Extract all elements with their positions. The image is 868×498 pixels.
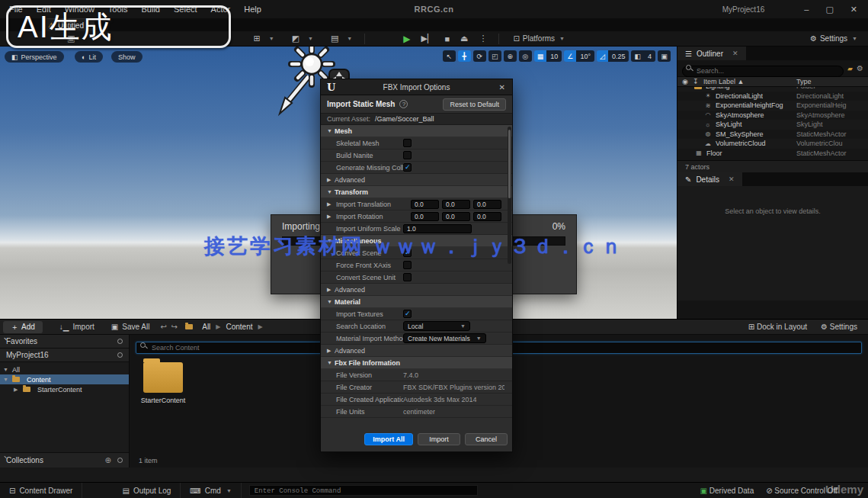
close-icon[interactable]: ✕	[732, 50, 738, 57]
show-button[interactable]: Show	[111, 51, 143, 63]
outliner-settings-icon[interactable]: ⚙	[857, 64, 863, 72]
advanced-mesh-row[interactable]: ▶ Advanced	[321, 174, 512, 186]
rotation-z-field[interactable]: 0.0	[473, 212, 501, 221]
tree-item-starter-content[interactable]: ▶ StarterContent	[0, 384, 129, 394]
scale-tool-button[interactable]: ◰	[488, 50, 501, 62]
dialog-title-bar[interactable]: U FBX Import Options ✕	[321, 79, 512, 95]
section-fbx-file-information[interactable]: ▼ Fbx File Information	[321, 357, 512, 369]
close-icon[interactable]: ✕	[729, 175, 735, 183]
tree-item-all[interactable]: ▼ All	[0, 365, 129, 374]
tab-untitled[interactable]: ⚠ Untitled	[42, 18, 94, 31]
eject-button[interactable]: ⏏	[460, 34, 468, 43]
tree-item-content[interactable]: ▼ Content	[0, 374, 129, 384]
outliner-search-input[interactable]	[682, 66, 844, 77]
help-icon[interactable]: ?	[399, 100, 408, 108]
scale-snap-control[interactable]: ◿ 0.25	[597, 50, 629, 62]
console-command-box[interactable]	[249, 485, 478, 496]
forward-icon[interactable]: ↪	[171, 323, 178, 331]
section-transform[interactable]: ▼ Transform	[321, 186, 512, 198]
skip-button[interactable]: ▶▏	[421, 34, 434, 43]
rotation-x-field[interactable]: 0.0	[411, 212, 439, 221]
favorites-header[interactable]: Favorites	[0, 335, 129, 349]
outliner-row-volumetric-cloud[interactable]: ☁ VolumetricCloud VolumetricClou	[677, 139, 868, 149]
maximize-viewport-button[interactable]: ▣	[658, 50, 671, 62]
folder-filter-icon[interactable]: ▰	[847, 65, 853, 72]
outliner-row-floor[interactable]: ▦ Floor StaticMeshActor	[677, 149, 868, 159]
convert-scene-checkbox[interactable]	[403, 249, 412, 257]
advanced-misc-row[interactable]: ▶ Advanced	[321, 284, 512, 296]
import-textures-checkbox[interactable]	[403, 310, 412, 318]
dialog-scrollbar[interactable]	[508, 127, 511, 264]
play-button[interactable]: ▶	[403, 34, 410, 44]
outliner-row-height-fog[interactable]: ≋ ExponentialHeightFog ExponentialHeig	[677, 101, 868, 111]
close-button[interactable]: ✕	[850, 5, 857, 14]
import-button[interactable]: ↓▁ Import	[59, 323, 94, 331]
collections-header[interactable]: Collections ⊕	[0, 452, 129, 467]
back-icon[interactable]: ↩	[160, 323, 166, 331]
play-options-icon[interactable]: ⋮	[479, 34, 487, 43]
rotate-tool-button[interactable]: ⟳	[473, 50, 486, 62]
content-drawer-button[interactable]: ⊟ Content Drawer	[0, 483, 82, 498]
source-control-button[interactable]: ⊘ Source Control Off	[766, 487, 838, 495]
world-space-button[interactable]: ⊕	[504, 50, 517, 62]
skeletal-mesh-checkbox[interactable]	[403, 139, 412, 147]
search-icon[interactable]	[117, 458, 123, 463]
breadcrumb-content[interactable]: Content	[226, 323, 253, 331]
cinematics-button[interactable]: ▤▼	[325, 34, 352, 43]
grid-snap-control[interactable]: ▦ 10	[534, 50, 562, 62]
tab-details[interactable]: ✎ Details ✕	[677, 172, 742, 186]
translation-z-field[interactable]: 0.0	[473, 200, 501, 209]
uniform-scale-field[interactable]: 1.0	[403, 224, 472, 233]
derived-data-button[interactable]: ▣ Derived Data	[700, 487, 754, 495]
rotation-y-field[interactable]: 0.0	[442, 212, 470, 221]
advanced-material-row[interactable]: ▶ Advanced	[321, 345, 512, 357]
save-icon[interactable]: ▣	[67, 34, 75, 43]
tab-outliner[interactable]: ☰ Outliner ✕	[677, 47, 746, 60]
section-miscellaneous[interactable]: ▼ Miscellaneous	[321, 235, 512, 247]
generate-missing-collision-checkbox[interactable]	[403, 163, 412, 172]
content-settings-button[interactable]: ⚙ Settings	[821, 323, 857, 331]
convert-scene-unit-checkbox[interactable]	[403, 273, 412, 281]
surface-snap-button[interactable]: ◎	[519, 50, 532, 62]
add-actor-button[interactable]: ⊞▼	[248, 34, 274, 43]
platforms-dropdown[interactable]: ⊡ Platforms ▼	[513, 34, 565, 43]
search-icon[interactable]	[117, 352, 123, 358]
save-all-button[interactable]: ▣ Save All	[111, 323, 150, 331]
material-import-method-dropdown[interactable]: Create New Materials ▼	[403, 333, 486, 343]
item-label-column[interactable]: Item Label ▲	[703, 78, 744, 85]
settings-dropdown[interactable]: ⚙ Settings ▼	[810, 34, 857, 43]
dock-in-layout-button[interactable]: ⊞ Dock in Layout	[748, 323, 807, 331]
select-tool-button[interactable]: ↖	[443, 50, 456, 62]
perspective-button[interactable]: ◧ Perspective	[5, 51, 64, 63]
output-log-button[interactable]: ▤ Output Log	[113, 483, 181, 498]
restore-button[interactable]: ▢	[825, 5, 833, 14]
type-column[interactable]: Type	[796, 78, 863, 85]
build-nanite-checkbox[interactable]	[403, 151, 412, 159]
search-icon[interactable]	[117, 339, 123, 344]
add-button[interactable]: ＋ Add	[3, 321, 43, 333]
import-all-button[interactable]: Import All	[364, 433, 413, 445]
import-button[interactable]: Import	[418, 433, 460, 445]
section-material[interactable]: ▼ Material	[321, 296, 512, 308]
minimize-button[interactable]: –	[804, 5, 809, 14]
blueprints-button[interactable]: ◩▼	[287, 34, 313, 43]
lit-mode-button[interactable]: ◐ Lit	[75, 51, 103, 63]
outliner-search[interactable]	[682, 63, 844, 74]
section-mesh[interactable]: ▼ Mesh	[321, 125, 512, 137]
stop-button[interactable]: ■	[444, 34, 450, 43]
console-command-input[interactable]	[250, 487, 477, 496]
translation-x-field[interactable]: 0.0	[411, 200, 439, 209]
reset-to-default-button[interactable]: Reset to Default	[443, 98, 506, 111]
outliner-row-sky-sphere[interactable]: ◍ SM_SkySphere StaticMeshActor	[677, 130, 868, 140]
translation-y-field[interactable]: 0.0	[442, 200, 470, 209]
breadcrumb-all[interactable]: All	[202, 323, 210, 331]
move-tool-button[interactable]: ╋	[458, 50, 471, 62]
pin-column-icon[interactable]: ↧	[693, 78, 703, 85]
camera-speed-control[interactable]: ◧ 4	[631, 50, 655, 62]
search-location-dropdown[interactable]: Local ▼	[403, 321, 470, 331]
project-header[interactable]: MyProject16	[0, 349, 129, 362]
force-front-xaxis-checkbox[interactable]	[403, 261, 412, 269]
outliner-row-sky-atmosphere[interactable]: ◠ SkyAtmosphere SkyAtmosphere	[677, 111, 868, 120]
outliner-row-sky-light[interactable]: ☼ SkyLight SkyLight	[677, 120, 868, 130]
visibility-column-icon[interactable]: ◉	[682, 78, 693, 85]
